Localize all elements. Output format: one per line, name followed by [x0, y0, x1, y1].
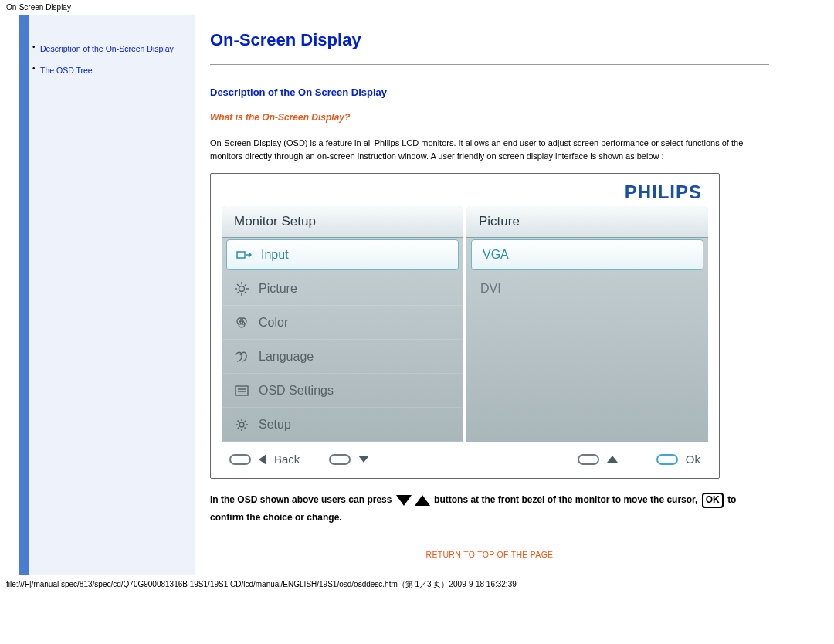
triangle-up-big-icon: [415, 495, 430, 506]
oval-button-icon: [329, 454, 351, 465]
ok-box-icon: OK: [702, 493, 724, 508]
triangle-left-icon: [259, 454, 266, 465]
color-icon: [232, 316, 251, 330]
osd-empty-row: [466, 306, 708, 340]
osd-footer-left: Back: [229, 452, 369, 466]
osd-screenshot: PHILIPS Monitor Setup Input: [210, 173, 720, 479]
sidebar: Description of the On-Screen Display The…: [29, 15, 195, 575]
svg-point-1: [239, 286, 245, 291]
oval-button-icon: [578, 454, 599, 465]
osd-right-header: Picture: [466, 206, 708, 238]
osd-menu-label: Input: [261, 248, 289, 262]
osd-menu-label: OSD Settings: [259, 384, 334, 398]
osd-option-vga[interactable]: VGA: [471, 239, 703, 270]
osd-option-label: DVI: [480, 282, 501, 296]
sidebar-item[interactable]: Description of the On-Screen Display: [36, 38, 188, 59]
osd-footer: Back Ok: [211, 442, 719, 478]
osd-menu-picture[interactable]: Picture: [222, 272, 463, 306]
osd-menu-setup[interactable]: Setup: [222, 408, 463, 442]
osd-footer-right: Ok: [578, 452, 700, 466]
osd-brand-row: PHILIPS: [211, 174, 719, 203]
triangle-up-icon: [607, 456, 618, 463]
page-title: On-Screen Display: [210, 30, 769, 50]
oval-button-accent-icon: [656, 454, 678, 465]
sidebar-link-description[interactable]: Description of the On-Screen Display: [40, 44, 174, 53]
sidebar-link-osd-tree[interactable]: The OSD Tree: [40, 66, 93, 75]
main-content: On-Screen Display Description of the On …: [195, 15, 815, 575]
subsection-heading: What is the On-Screen Display?: [210, 112, 769, 123]
left-accent-bar: [19, 15, 29, 575]
triangle-down-big-icon: [396, 495, 412, 506]
osd-empty-row: [466, 408, 708, 442]
osd-menu-label: Language: [259, 350, 314, 364]
language-icon: [232, 351, 251, 363]
svg-line-21: [238, 420, 239, 422]
osd-menu-label: Picture: [259, 282, 297, 296]
oval-button-icon: [229, 454, 251, 465]
svg-rect-0: [237, 252, 245, 258]
osd-menu-osd-settings[interactable]: OSD Settings: [222, 374, 463, 408]
osd-empty-row: [466, 374, 708, 408]
svg-line-7: [245, 292, 246, 293]
svg-line-23: [238, 427, 239, 429]
osd-left-header: Monitor Setup: [222, 206, 463, 238]
philips-logo: PHILIPS: [625, 181, 702, 202]
gear-icon: [232, 418, 251, 432]
instruction-part2: buttons at the front bezel of the monito…: [434, 494, 697, 505]
osd-menu-input[interactable]: Input: [226, 239, 459, 270]
osd-option-dvi[interactable]: DVI: [466, 272, 708, 306]
page-header-text: On-Screen Display: [0, 0, 834, 15]
osd-right-column: Picture VGA DVI: [466, 206, 708, 442]
svg-rect-13: [236, 386, 248, 395]
svg-line-8: [237, 292, 239, 293]
svg-line-9: [245, 284, 246, 286]
page-wrap: Description of the On-Screen Display The…: [19, 15, 815, 575]
footer-file-path: file:///F|/manual spec/813/spec/cd/Q70G9…: [0, 575, 834, 598]
instruction-part1: In the OSD shown above users can press: [210, 494, 392, 505]
triangle-down-icon: [358, 456, 369, 463]
divider: [210, 64, 769, 65]
brightness-icon: [232, 282, 251, 296]
osd-menu-label: Color: [259, 316, 288, 330]
osd-empty-row: [466, 340, 708, 374]
intro-paragraph: On-Screen Display (OSD) is a feature in …: [210, 137, 769, 162]
sidebar-item[interactable]: The OSD Tree: [36, 59, 188, 81]
osd-menu-color[interactable]: Color: [222, 306, 463, 340]
input-icon: [235, 249, 253, 260]
svg-line-6: [237, 284, 239, 286]
osd-menu-label: Setup: [259, 418, 291, 432]
svg-line-22: [245, 427, 246, 429]
svg-point-16: [239, 422, 244, 427]
osd-option-label: VGA: [483, 248, 509, 262]
osd-left-column: Monitor Setup Input Picture: [222, 206, 463, 442]
ok-label: Ok: [686, 452, 700, 466]
section-heading: Description of the On Screen Display: [210, 86, 769, 98]
instruction-text: In the OSD shown above users can press b…: [210, 491, 769, 527]
back-label: Back: [274, 452, 300, 466]
osd-menu-language[interactable]: Language: [222, 340, 463, 374]
svg-line-24: [245, 420, 246, 422]
return-to-top-link[interactable]: RETURN TO TOP OF THE PAGE: [210, 550, 769, 559]
list-icon: [232, 385, 251, 396]
